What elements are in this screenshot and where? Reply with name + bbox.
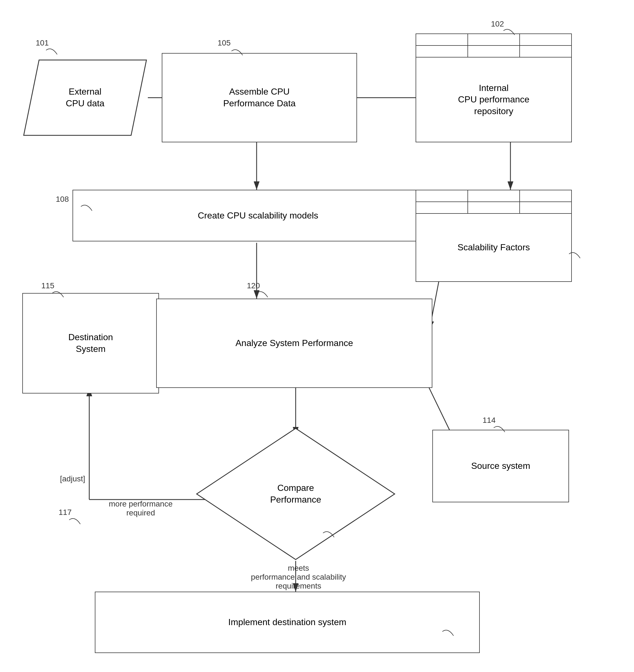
more-performance-label: more performancerequired (109, 500, 173, 517)
sf-top-cell-3 (520, 190, 571, 202)
adjust-label: [adjust] (60, 474, 85, 483)
source-system-node: Source system (432, 430, 569, 502)
ref-117: 117 (58, 508, 72, 517)
create-models-label: Create CPU scalability models (198, 210, 318, 222)
diagram-container: 101 105 102 108 110 115 120 114 123 117 … (0, 0, 634, 672)
sf-header-cell-2 (468, 202, 520, 213)
ref-120: 120 (247, 281, 260, 290)
ref-114: 114 (483, 416, 496, 425)
analyze-performance-node: Analyze System Performance (156, 299, 432, 388)
internal-repo-label: InternalCPU performancerepository (416, 57, 571, 142)
compare-performance-label: ComparePerformance (270, 482, 321, 505)
table-header-cell-2 (468, 46, 520, 57)
implement-destination-label: Implement destination system (228, 617, 346, 628)
sf-top-cell-1 (416, 190, 468, 202)
create-models-node: Create CPU scalability models (73, 190, 443, 241)
table-header-cell-1 (416, 46, 468, 57)
internal-repo-node: InternalCPU performancerepository (416, 33, 572, 142)
implement-destination-node: Implement destination system (95, 592, 480, 653)
scalability-factors-label: Scalability Factors (416, 214, 571, 281)
external-cpu-node: ExternalCPU data (22, 59, 148, 137)
source-system-label: Source system (471, 460, 530, 472)
external-cpu-label: ExternalCPU data (66, 86, 105, 109)
ref-102: 102 (491, 20, 504, 28)
sf-header-cell-3 (520, 202, 571, 213)
ref-105: 105 (218, 39, 231, 47)
ref-101: 101 (36, 39, 49, 47)
table-top-cell-2 (468, 34, 520, 45)
table-top-cell-1 (416, 34, 468, 45)
ref-108: 108 (56, 195, 69, 204)
destination-system-node: DestinationSystem (22, 293, 159, 393)
sf-top-cell-2 (468, 190, 520, 202)
meets-requirements-label: meetsperformance and scalabilityrequirem… (229, 564, 368, 590)
scalability-factors-node: Scalability Factors (416, 190, 572, 282)
table-top-cell-3 (520, 34, 571, 45)
analyze-performance-label: Analyze System Performance (236, 338, 353, 349)
assemble-cpu-node: Assemble CPUPerformance Data (162, 53, 357, 142)
sf-header-cell-1 (416, 202, 468, 213)
table-header-cell-3 (520, 46, 571, 57)
destination-system-label: DestinationSystem (68, 331, 113, 355)
ref-115: 115 (41, 281, 54, 290)
assemble-cpu-label: Assemble CPUPerformance Data (223, 86, 296, 109)
compare-performance-node: ComparePerformance (195, 427, 396, 561)
